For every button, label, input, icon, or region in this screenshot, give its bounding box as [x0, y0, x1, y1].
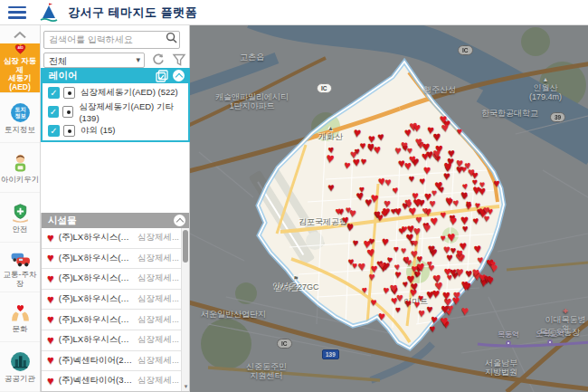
aed-marker[interactable]: ♥ [377, 131, 384, 143]
search-input[interactable] [43, 31, 180, 49]
aed-marker[interactable]: ♥ [341, 214, 349, 226]
aed-marker[interactable]: ♥ [483, 205, 489, 215]
aed-marker[interactable]: ♥ [428, 262, 435, 272]
select-all-layers-icon[interactable] [156, 70, 168, 82]
facility-row[interactable]: ♥(주)LX하우시스(1층)심장제세... [42, 228, 189, 249]
aed-marker[interactable]: ♥ [465, 199, 471, 209]
aed-marker[interactable]: ♥ [413, 121, 422, 134]
aed-marker[interactable]: ♥ [450, 215, 458, 227]
sidebar-item-aed[interactable]: AED 심장 자동제세동기(AED) [0, 43, 40, 93]
aed-marker[interactable]: ♥ [392, 186, 399, 196]
map-canvas[interactable]: ♥♥♥♥♥♥♥♥♥♥♥♥♥♥♥♥♥♥♥♥♥♥♥♥♥♥♥♥♥♥♥♥♥♥♥♥♥♥♥♥… [190, 25, 588, 392]
aed-marker[interactable]: ♥ [464, 161, 471, 173]
aed-marker[interactable]: ♥ [374, 208, 381, 220]
aed-marker[interactable]: ♥ [460, 239, 468, 253]
aed-marker[interactable]: ♥ [456, 164, 463, 177]
aed-marker[interactable]: ♥ [360, 139, 366, 150]
aed-marker[interactable]: ♥ [401, 247, 406, 256]
aed-marker[interactable]: ♥ [472, 215, 479, 226]
aed-marker[interactable]: ♥ [449, 265, 457, 278]
aed-marker[interactable]: ♥ [427, 123, 435, 136]
facilities-scrollbar[interactable] [181, 228, 189, 391]
aed-marker[interactable]: ♥ [395, 305, 401, 314]
aed-marker[interactable]: ♥ [394, 244, 399, 253]
aed-marker[interactable]: ♥ [368, 272, 375, 282]
aed-marker[interactable]: ♥ [460, 212, 469, 225]
aed-marker[interactable]: ♥ [486, 274, 494, 287]
aed-marker[interactable]: ♥ [412, 238, 418, 248]
aed-marker[interactable]: ♥ [360, 157, 367, 167]
aed-marker[interactable]: ♥ [442, 289, 450, 302]
aed-marker[interactable]: ♥ [426, 288, 434, 301]
sidebar-scroll-up-icon[interactable] [0, 25, 40, 43]
aed-marker[interactable]: ♥ [434, 177, 443, 192]
aed-marker[interactable]: ♥ [412, 190, 419, 202]
aed-marker[interactable]: ♥ [377, 310, 385, 322]
sidebar-item-safety[interactable]: 안전 [0, 193, 40, 243]
facilities-collapse-icon[interactable] [174, 215, 185, 226]
aed-marker[interactable]: ♥ [426, 304, 433, 315]
aed-marker[interactable]: ♥ [431, 314, 439, 327]
aed-marker[interactable]: ♥ [479, 179, 485, 189]
layer-legend-icon[interactable] [63, 125, 75, 137]
facility-row[interactable]: ♥(주)LX하우시스(7층)심장제세... [42, 310, 189, 330]
aed-marker[interactable]: ♥ [378, 261, 384, 271]
aed-marker[interactable]: ♥ [422, 206, 428, 215]
aed-marker[interactable]: ♥ [418, 308, 425, 320]
aed-marker[interactable]: ♥ [353, 125, 362, 139]
aed-marker[interactable]: ♥ [471, 169, 479, 181]
aed-marker[interactable]: ♥ [386, 254, 393, 264]
aed-marker[interactable]: ♥ [460, 304, 469, 318]
filter-icon[interactable] [172, 53, 186, 67]
aed-marker[interactable]: ♥ [424, 190, 432, 203]
aed-marker[interactable]: ♥ [384, 198, 392, 210]
aed-marker[interactable]: ♥ [440, 314, 449, 329]
aed-marker[interactable]: ♥ [457, 127, 462, 137]
aed-marker[interactable]: ♥ [335, 206, 342, 216]
facility-row[interactable]: ♥(주)LX하우시스(M층)심장제세... [42, 330, 189, 351]
layer-checkbox[interactable] [48, 125, 60, 137]
layer-checkbox[interactable] [48, 106, 59, 118]
facility-row[interactable]: ♥(주)LX하우시스(5층 북측 ...심장제세... [42, 269, 189, 290]
layer-legend-icon[interactable] [63, 87, 75, 99]
sidebar-item-childcare[interactable]: 아이키우기 [0, 143, 40, 193]
aed-marker[interactable]: ♥ [390, 282, 398, 295]
aed-marker[interactable]: ♥ [462, 282, 470, 294]
aed-marker[interactable]: ♥ [447, 229, 456, 244]
layers-collapse-icon[interactable] [173, 70, 185, 81]
aed-marker[interactable]: ♥ [441, 121, 450, 135]
aed-marker[interactable]: ♥ [327, 144, 335, 155]
aed-marker[interactable]: ♥ [403, 298, 412, 310]
aed-marker[interactable]: ♥ [409, 174, 415, 184]
aed-marker[interactable]: ♥ [477, 255, 484, 266]
aed-marker[interactable]: ♥ [493, 177, 499, 188]
refresh-icon[interactable] [151, 53, 166, 67]
aed-marker[interactable]: ♥ [394, 206, 402, 218]
aed-marker[interactable]: ♥ [443, 170, 451, 183]
facility-row[interactable]: ♥(주)LX하우시스(2층)심장제세... [42, 249, 189, 270]
aed-marker[interactable]: ♥ [371, 297, 377, 308]
aed-marker[interactable]: ♥ [452, 197, 460, 208]
sidebar-item-culture[interactable]: 문화 [0, 292, 40, 342]
aed-marker[interactable]: ♥ [413, 225, 422, 238]
aed-marker[interactable]: ♥ [430, 215, 439, 228]
aed-marker[interactable]: ♥ [365, 197, 372, 210]
facility-row[interactable]: ♥(주)LX하우시스(6층 북측 ...심장제세... [42, 290, 189, 311]
menu-icon[interactable] [8, 6, 26, 19]
aed-marker[interactable]: ♥ [422, 163, 431, 176]
aed-marker[interactable]: ♥ [394, 145, 402, 157]
scrollbar-thumb[interactable] [183, 230, 188, 263]
aed-marker[interactable]: ♥ [465, 268, 472, 280]
aed-marker[interactable]: ♥ [433, 273, 440, 283]
aed-marker[interactable]: ♥ [417, 293, 423, 303]
aed-marker[interactable]: ♥ [405, 199, 413, 210]
aed-marker[interactable]: ♥ [441, 233, 446, 242]
layer-legend-icon[interactable] [62, 106, 73, 118]
aed-marker[interactable]: ♥ [356, 189, 365, 203]
aed-marker[interactable]: ♥ [368, 236, 375, 247]
aed-marker[interactable]: ♥ [432, 147, 440, 159]
aed-marker[interactable]: ♥ [357, 260, 366, 273]
aed-marker[interactable]: ♥ [461, 181, 469, 191]
aed-marker[interactable]: ♥ [440, 210, 447, 221]
aed-marker[interactable]: ♥ [402, 279, 408, 289]
